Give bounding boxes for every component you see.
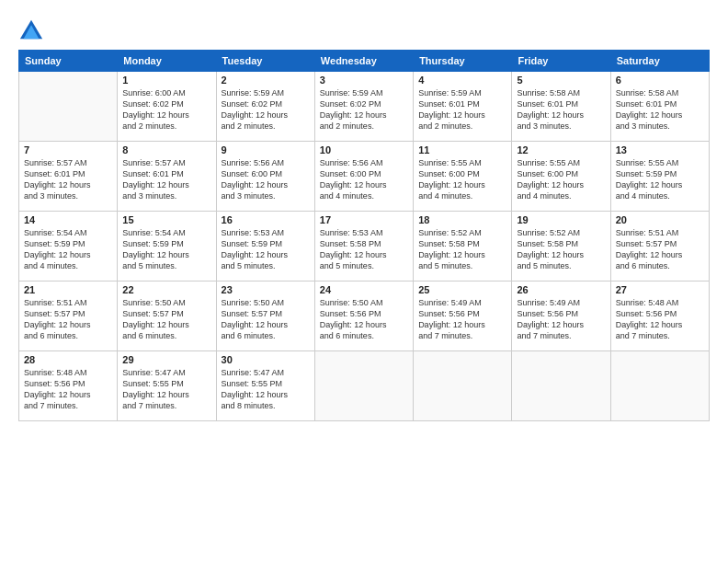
calendar-cell: 23Sunrise: 5:50 AMSunset: 5:57 PMDayligh… — [216, 282, 314, 351]
calendar-cell — [19, 72, 118, 142]
day-number: 21 — [24, 284, 112, 295]
week-row-3: 14Sunrise: 5:54 AMSunset: 5:59 PMDayligh… — [19, 212, 710, 282]
calendar-cell: 3Sunrise: 5:59 AMSunset: 6:02 PMDaylight… — [314, 72, 413, 142]
day-number: 25 — [418, 284, 506, 295]
day-number: 5 — [517, 75, 605, 86]
day-info: Sunrise: 5:55 AMSunset: 6:00 PMDaylight:… — [418, 157, 506, 202]
day-info: Sunrise: 5:48 AMSunset: 5:56 PMDaylight:… — [616, 297, 704, 342]
calendar-cell: 6Sunrise: 5:58 AMSunset: 6:01 PMDaylight… — [610, 72, 709, 142]
day-info: Sunrise: 5:50 AMSunset: 5:57 PMDaylight:… — [122, 297, 210, 342]
day-info: Sunrise: 5:56 AMSunset: 6:00 PMDaylight:… — [320, 157, 408, 202]
day-info: Sunrise: 5:50 AMSunset: 5:57 PMDaylight:… — [222, 297, 310, 342]
day-number: 12 — [517, 144, 605, 155]
day-info: Sunrise: 5:49 AMSunset: 5:56 PMDaylight:… — [418, 297, 506, 342]
day-number: 19 — [517, 214, 605, 225]
day-info: Sunrise: 5:48 AMSunset: 5:56 PMDaylight:… — [24, 367, 112, 412]
week-row-4: 21Sunrise: 5:51 AMSunset: 5:57 PMDayligh… — [19, 282, 710, 351]
day-number: 23 — [222, 284, 310, 295]
day-info: Sunrise: 5:54 AMSunset: 5:59 PMDaylight:… — [122, 227, 210, 272]
calendar-cell: 19Sunrise: 5:52 AMSunset: 5:58 PMDayligh… — [512, 212, 610, 282]
day-info: Sunrise: 5:59 AMSunset: 6:02 PMDaylight:… — [222, 87, 310, 132]
day-number: 14 — [24, 214, 112, 225]
weekday-header-tuesday: Tuesday — [216, 51, 314, 72]
calendar-cell: 24Sunrise: 5:50 AMSunset: 5:56 PMDayligh… — [314, 282, 413, 351]
day-info: Sunrise: 5:50 AMSunset: 5:56 PMDaylight:… — [320, 297, 408, 342]
calendar-cell: 12Sunrise: 5:55 AMSunset: 6:00 PMDayligh… — [512, 142, 610, 212]
day-info: Sunrise: 5:55 AMSunset: 6:00 PMDaylight:… — [517, 157, 605, 202]
day-number: 2 — [222, 75, 310, 86]
calendar-cell: 8Sunrise: 5:57 AMSunset: 6:01 PMDaylight… — [118, 142, 216, 212]
day-number: 8 — [122, 144, 210, 155]
day-info: Sunrise: 5:54 AMSunset: 5:59 PMDaylight:… — [24, 227, 112, 272]
day-info: Sunrise: 5:59 AMSunset: 6:01 PMDaylight:… — [418, 87, 506, 132]
calendar-cell — [314, 351, 413, 421]
calendar-cell: 26Sunrise: 5:49 AMSunset: 5:56 PMDayligh… — [512, 282, 610, 351]
day-number: 16 — [222, 214, 310, 225]
weekday-header-monday: Monday — [118, 51, 216, 72]
logo-icon — [18, 17, 44, 42]
calendar-cell: 30Sunrise: 5:47 AMSunset: 5:55 PMDayligh… — [216, 351, 314, 421]
day-number: 11 — [418, 144, 506, 155]
day-number: 18 — [418, 214, 506, 225]
calendar-cell: 7Sunrise: 5:57 AMSunset: 6:01 PMDaylight… — [19, 142, 118, 212]
day-info: Sunrise: 5:57 AMSunset: 6:01 PMDaylight:… — [122, 157, 210, 202]
calendar-cell: 15Sunrise: 5:54 AMSunset: 5:59 PMDayligh… — [118, 212, 216, 282]
day-number: 15 — [122, 214, 210, 225]
day-number: 27 — [616, 284, 704, 295]
calendar-cell: 5Sunrise: 5:58 AMSunset: 6:01 PMDaylight… — [512, 72, 610, 142]
day-info: Sunrise: 6:00 AMSunset: 6:02 PMDaylight:… — [122, 87, 210, 132]
page: SundayMondayTuesdayWednesdayThursdayFrid… — [0, 0, 728, 563]
calendar-cell: 14Sunrise: 5:54 AMSunset: 5:59 PMDayligh… — [19, 212, 118, 282]
day-info: Sunrise: 5:58 AMSunset: 6:01 PMDaylight:… — [517, 87, 605, 132]
calendar-cell: 29Sunrise: 5:47 AMSunset: 5:55 PMDayligh… — [118, 351, 216, 421]
calendar-cell: 27Sunrise: 5:48 AMSunset: 5:56 PMDayligh… — [610, 282, 709, 351]
header — [18, 17, 710, 42]
day-info: Sunrise: 5:52 AMSunset: 5:58 PMDaylight:… — [517, 227, 605, 272]
week-row-2: 7Sunrise: 5:57 AMSunset: 6:01 PMDaylight… — [19, 142, 710, 212]
day-info: Sunrise: 5:59 AMSunset: 6:02 PMDaylight:… — [320, 87, 408, 132]
day-number: 29 — [122, 354, 210, 365]
day-number: 24 — [320, 284, 408, 295]
weekday-header-saturday: Saturday — [610, 51, 709, 72]
day-number: 10 — [320, 144, 408, 155]
calendar-cell: 13Sunrise: 5:55 AMSunset: 5:59 PMDayligh… — [610, 142, 709, 212]
calendar-cell: 21Sunrise: 5:51 AMSunset: 5:57 PMDayligh… — [19, 282, 118, 351]
weekday-header-friday: Friday — [512, 51, 610, 72]
day-number: 26 — [517, 284, 605, 295]
week-row-5: 28Sunrise: 5:48 AMSunset: 5:56 PMDayligh… — [19, 351, 710, 421]
day-info: Sunrise: 5:52 AMSunset: 5:58 PMDaylight:… — [418, 227, 506, 272]
day-info: Sunrise: 5:47 AMSunset: 5:55 PMDaylight:… — [222, 367, 310, 412]
calendar-cell: 9Sunrise: 5:56 AMSunset: 6:00 PMDaylight… — [216, 142, 314, 212]
day-info: Sunrise: 5:51 AMSunset: 5:57 PMDaylight:… — [24, 297, 112, 342]
calendar-cell: 2Sunrise: 5:59 AMSunset: 6:02 PMDaylight… — [216, 72, 314, 142]
calendar-table: SundayMondayTuesdayWednesdayThursdayFrid… — [18, 50, 710, 421]
day-info: Sunrise: 5:49 AMSunset: 5:56 PMDaylight:… — [517, 297, 605, 342]
calendar-cell: 20Sunrise: 5:51 AMSunset: 5:57 PMDayligh… — [610, 212, 709, 282]
calendar-cell: 18Sunrise: 5:52 AMSunset: 5:58 PMDayligh… — [414, 212, 512, 282]
day-info: Sunrise: 5:57 AMSunset: 6:01 PMDaylight:… — [24, 157, 112, 202]
day-number: 3 — [320, 75, 408, 86]
calendar-cell — [610, 351, 709, 421]
weekday-header-wednesday: Wednesday — [314, 51, 413, 72]
week-row-1: 1Sunrise: 6:00 AMSunset: 6:02 PMDaylight… — [19, 72, 710, 142]
day-info: Sunrise: 5:58 AMSunset: 6:01 PMDaylight:… — [616, 87, 704, 132]
day-info: Sunrise: 5:55 AMSunset: 5:59 PMDaylight:… — [616, 157, 704, 202]
calendar-cell: 11Sunrise: 5:55 AMSunset: 6:00 PMDayligh… — [414, 142, 512, 212]
day-info: Sunrise: 5:53 AMSunset: 5:59 PMDaylight:… — [222, 227, 310, 272]
calendar-cell — [414, 351, 512, 421]
weekday-header-sunday: Sunday — [19, 51, 118, 72]
day-info: Sunrise: 5:53 AMSunset: 5:58 PMDaylight:… — [320, 227, 408, 272]
day-number: 30 — [222, 354, 310, 365]
day-number: 13 — [616, 144, 704, 155]
day-number: 9 — [222, 144, 310, 155]
day-number: 22 — [122, 284, 210, 295]
day-info: Sunrise: 5:51 AMSunset: 5:57 PMDaylight:… — [616, 227, 704, 272]
day-number: 6 — [616, 75, 704, 86]
day-number: 20 — [616, 214, 704, 225]
weekday-header-thursday: Thursday — [414, 51, 512, 72]
logo — [18, 17, 48, 42]
calendar-cell: 16Sunrise: 5:53 AMSunset: 5:59 PMDayligh… — [216, 212, 314, 282]
calendar-cell: 10Sunrise: 5:56 AMSunset: 6:00 PMDayligh… — [314, 142, 413, 212]
day-number: 7 — [24, 144, 112, 155]
day-number: 4 — [418, 75, 506, 86]
